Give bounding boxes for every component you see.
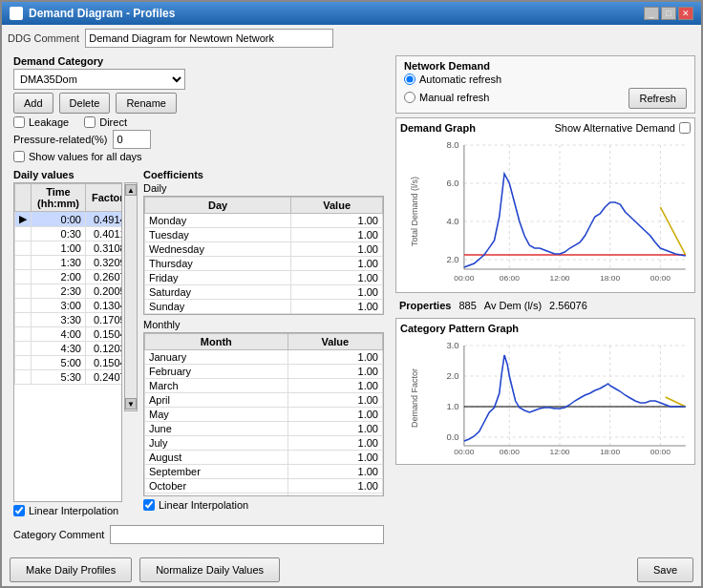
demand-y-label-container: Total Demand (l/s): [400, 136, 429, 288]
ddg-comment-row: DDG Comment: [2, 25, 701, 50]
daily-coeff-row[interactable]: Friday1.00: [145, 271, 383, 285]
day-cell: Friday: [145, 271, 291, 285]
daily-values-row[interactable]: ▶0:000.4914: [15, 212, 122, 227]
row-indicator: [15, 256, 32, 270]
demand-category-select[interactable]: DMA35Dom: [13, 69, 185, 90]
time-cell: 0:00: [32, 212, 86, 227]
time-cell: 2:30: [32, 284, 86, 299]
direct-checkbox[interactable]: [84, 116, 96, 128]
maximize-button[interactable]: □: [661, 7, 676, 20]
month-cell: September: [145, 465, 288, 479]
delete-button[interactable]: Delete: [59, 93, 111, 114]
svg-text:00:00: 00:00: [650, 274, 671, 283]
monthly-coeff-row[interactable]: October1.00: [145, 479, 383, 494]
daily-coeff-row[interactable]: Monday1.00: [145, 214, 383, 228]
daily-coeff-row[interactable]: Saturday1.00: [145, 285, 383, 300]
monthly-coeff-row[interactable]: August1.00: [145, 451, 383, 465]
daily-coeff-row[interactable]: Sunday1.00: [145, 300, 383, 314]
month-value-cell: 1.00: [288, 422, 382, 436]
monthly-coeff-row[interactable]: March1.00: [145, 379, 383, 393]
network-demand-group: Network Demand Automatic refresh Manual …: [395, 55, 695, 114]
daily-values-label: Daily values: [13, 169, 138, 180]
day-value-cell: 1.00: [291, 228, 383, 242]
svg-text:0.0: 0.0: [446, 432, 458, 442]
demand-y-axis-label: Total Demand (l/s): [410, 177, 419, 246]
monthly-interpolation-checkbox[interactable]: [143, 499, 155, 511]
scroll-down-arrow[interactable]: ▼: [125, 398, 137, 410]
daily-values-row[interactable]: 2:000.2607: [15, 270, 122, 284]
month-col-header: Month: [145, 334, 288, 350]
daily-coeff-row[interactable]: Thursday1.00: [145, 257, 383, 271]
monthly-coeff-row[interactable]: April1.00: [145, 393, 383, 408]
make-daily-profiles-button[interactable]: Make Daily Profiles: [10, 557, 132, 582]
coefficients-label: Coefficients: [143, 169, 384, 180]
daily-values-table-area: Time(hh:mm)Factor ▶0:000.49140:300.40111…: [13, 182, 138, 502]
month-value-cell: 1.00: [288, 408, 382, 422]
show-alternative-checkbox[interactable]: [679, 122, 691, 134]
daily-values-row[interactable]: 5:300.2407: [15, 370, 122, 385]
daily-coeff-row[interactable]: Wednesday1.00: [145, 242, 383, 257]
daily-values-row[interactable]: 3:000.1304: [15, 299, 122, 313]
category-pattern-graph-inner: Demand Factor: [400, 336, 691, 460]
checkboxes-row: Leakage Direct: [13, 116, 384, 128]
demand-graph-inner: Total Demand (l/s): [400, 136, 691, 288]
show-all-days-checkbox[interactable]: [13, 151, 25, 162]
pattern-y-label-container: Demand Factor: [400, 336, 429, 460]
monthly-coeff-row[interactable]: May1.00: [145, 408, 383, 422]
time-cell: 1:00: [32, 242, 86, 256]
factor-cell: 0.1504: [86, 356, 122, 370]
factor-cell: 0.1705: [86, 313, 122, 327]
daily-values-row[interactable]: 1:000.3108: [15, 242, 122, 256]
category-comment-row: Category Comment: [8, 521, 390, 548]
minimize-button[interactable]: _: [644, 7, 659, 20]
monthly-coeff-row[interactable]: July1.00: [145, 436, 383, 451]
daily-values-scrollbar[interactable]: ▲ ▼: [124, 182, 138, 411]
time-cell: 3:00: [32, 299, 86, 313]
daily-values-scroll[interactable]: Time(hh:mm)Factor ▶0:000.49140:300.40111…: [14, 183, 121, 412]
svg-text:3.0: 3.0: [446, 341, 458, 350]
month-value-cell: 1.00: [288, 379, 382, 393]
day-cell: Monday: [145, 214, 291, 228]
manual-refresh-label: Manual refresh: [419, 92, 489, 103]
demand-graph-title: Demand Graph: [400, 122, 476, 134]
ddg-comment-input[interactable]: [85, 29, 333, 48]
monthly-coeff-row[interactable]: November1.00: [145, 494, 383, 496]
daily-values-row[interactable]: 0:300.4011: [15, 227, 122, 242]
leakage-checkbox[interactable]: [13, 116, 25, 128]
scroll-up-arrow[interactable]: ▲: [125, 184, 137, 196]
auto-refresh-radio[interactable]: [404, 74, 415, 85]
monthly-coeff-row[interactable]: February1.00: [145, 365, 383, 379]
daily-interpolation-checkbox[interactable]: [13, 505, 25, 516]
normalize-daily-values-button[interactable]: Normalize Daily Values: [139, 557, 280, 582]
day-cell: Tuesday: [145, 228, 291, 242]
daily-values-row[interactable]: 2:300.2005: [15, 284, 122, 299]
manual-refresh-radio[interactable]: [404, 92, 415, 103]
refresh-button[interactable]: Refresh: [628, 88, 687, 109]
daily-values-row[interactable]: 4:000.1504: [15, 327, 122, 342]
monthly-coeff-scroll[interactable]: Month Value January1.00February1.00March…: [144, 333, 383, 495]
category-pattern-graph-title: Category Pattern Graph: [400, 323, 519, 334]
daily-values-row[interactable]: 1:300.3209: [15, 256, 122, 270]
save-button[interactable]: Save: [637, 557, 693, 582]
show-all-days-row: Show values for all days: [13, 151, 384, 162]
daily-values-row[interactable]: 4:300.1203: [15, 342, 122, 356]
daily-values-row[interactable]: 5:000.1504: [15, 356, 122, 370]
monthly-coeff-row[interactable]: January1.00: [145, 350, 383, 365]
row-indicator: [15, 242, 32, 256]
daily-coeff-table-container: Day Value Monday1.00Tuesday1.00Wednesday…: [143, 196, 384, 315]
monthly-coeff-row[interactable]: June1.00: [145, 422, 383, 436]
category-comment-input[interactable]: [110, 525, 384, 544]
monthly-coeff-row[interactable]: September1.00: [145, 465, 383, 479]
add-button[interactable]: Add: [13, 93, 53, 114]
daily-coeff-row[interactable]: Tuesday1.00: [145, 228, 383, 242]
factor-cell: 0.1304: [86, 299, 122, 313]
month-value-cell: 1.00: [288, 436, 382, 451]
rename-button[interactable]: Rename: [116, 93, 177, 114]
month-cell: February: [145, 365, 288, 379]
svg-text:4.0: 4.0: [446, 217, 458, 226]
month-value-cell: 1.00: [288, 365, 382, 379]
close-button[interactable]: ✕: [678, 7, 693, 20]
pressure-input[interactable]: [113, 130, 151, 149]
daily-values-row[interactable]: 3:300.1705: [15, 313, 122, 327]
demand-category-label: Demand Category: [13, 55, 384, 67]
